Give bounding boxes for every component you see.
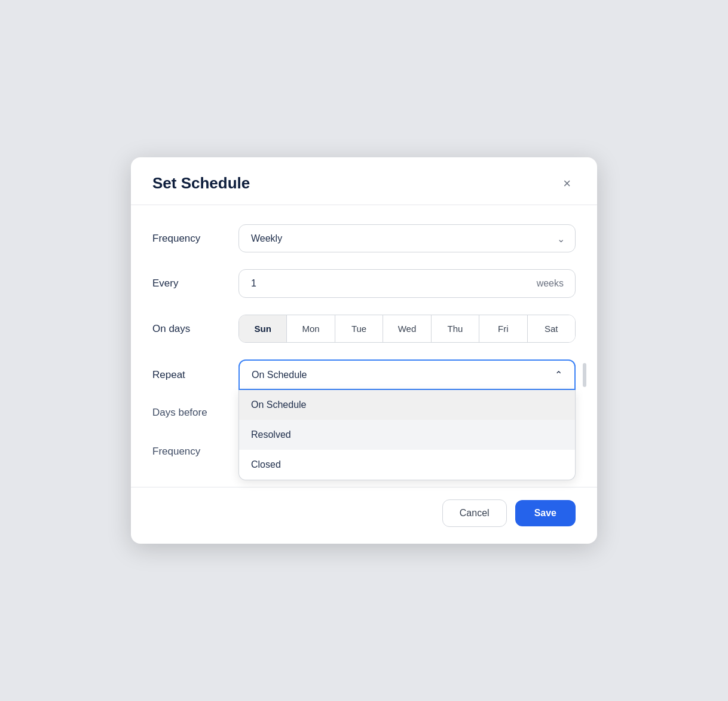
frequency-label-2: Frequency — [152, 446, 224, 458]
save-button[interactable]: Save — [515, 500, 576, 526]
repeat-option-resolved[interactable]: Resolved — [239, 420, 575, 450]
day-sat-button[interactable]: Sat — [528, 315, 575, 342]
day-mon-button[interactable]: Mon — [287, 315, 335, 342]
repeat-option-closed[interactable]: Closed — [239, 450, 575, 480]
repeat-selected-value: On Schedule — [252, 370, 307, 380]
day-fri-button[interactable]: Fri — [479, 315, 527, 342]
repeat-option-on-schedule[interactable]: On Schedule — [239, 390, 575, 420]
days-selector: Sun Mon Tue Wed Thu Fri Sat — [238, 315, 576, 343]
frequency-label: Frequency — [152, 233, 224, 245]
modal-overlay: Set Schedule × Frequency Weekly Daily Mo… — [0, 0, 728, 701]
every-row: Every weeks — [152, 269, 576, 298]
day-tue-button[interactable]: Tue — [335, 315, 383, 342]
repeat-chevron-up-icon: ⌃ — [555, 369, 562, 380]
scrollbar-hint — [583, 363, 586, 387]
day-sun-button[interactable]: Sun — [239, 315, 287, 342]
repeat-dropdown-container: On Schedule ⌃ On Schedule Resolved Close… — [238, 359, 576, 390]
repeat-dropdown-menu: On Schedule Resolved Closed — [238, 390, 576, 480]
close-button[interactable]: × — [558, 175, 576, 193]
days-before-label: Days before — [152, 407, 224, 419]
modal-body: Frequency Weekly Daily Monthly Yearly ⌄ … — [131, 205, 597, 487]
frequency-select[interactable]: Weekly Daily Monthly Yearly — [238, 224, 576, 252]
every-label: Every — [152, 278, 224, 289]
every-suffix: weeks — [537, 278, 564, 289]
modal-header: Set Schedule × — [131, 157, 597, 205]
repeat-label: Repeat — [152, 369, 224, 381]
day-wed-button[interactable]: Wed — [383, 315, 431, 342]
every-input-wrapper: weeks — [238, 269, 576, 298]
frequency-row: Frequency Weekly Daily Monthly Yearly ⌄ — [152, 224, 576, 252]
set-schedule-modal: Set Schedule × Frequency Weekly Daily Mo… — [131, 157, 597, 544]
every-input[interactable] — [238, 269, 576, 298]
modal-footer: Cancel Save — [131, 487, 597, 544]
day-thu-button[interactable]: Thu — [432, 315, 479, 342]
repeat-dropdown-trigger[interactable]: On Schedule ⌃ — [238, 359, 576, 390]
days-selector-wrapper: Sun Mon Tue Wed Thu Fri Sat — [238, 315, 576, 343]
modal-title: Set Schedule — [152, 174, 250, 193]
on-days-row: On days Sun Mon Tue Wed Thu Fri Sat — [152, 315, 576, 343]
repeat-row: Repeat On Schedule ⌃ On Schedule Resolve… — [152, 359, 576, 390]
cancel-button[interactable]: Cancel — [442, 499, 507, 527]
frequency-select-wrapper: Weekly Daily Monthly Yearly ⌄ — [238, 224, 576, 252]
on-days-label: On days — [152, 323, 224, 335]
